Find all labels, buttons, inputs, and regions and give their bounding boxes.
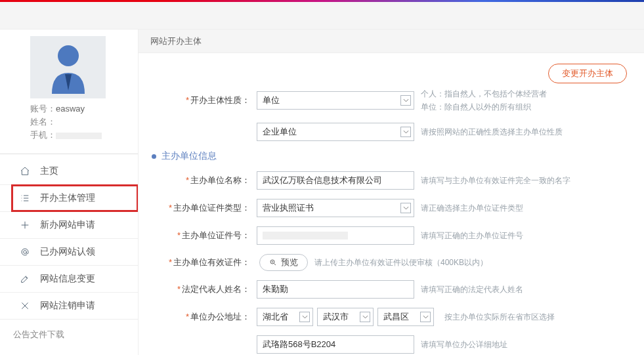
close-icon (18, 301, 32, 311)
nav-entity-mgmt[interactable]: 开办主体管理 (12, 185, 138, 211)
city-value: 武汉市 (323, 311, 349, 323)
preview-button-label: 预览 (281, 257, 298, 268)
district-value: 武昌区 (383, 311, 409, 323)
city-select[interactable]: 武汉市 (317, 308, 374, 326)
bullet-icon (152, 154, 156, 159)
change-entity-button[interactable]: 变更开办主体 (548, 64, 627, 83)
addr-detail-hint: 请填写单位办公详细地址 (421, 339, 507, 350)
org-section-title: 主办单位信息 (152, 150, 644, 162)
addr-label: 单位办公地址： (190, 312, 250, 322)
nav-claim-label: 已办网站认领 (40, 246, 95, 258)
province-value: 湖北省 (263, 311, 288, 323)
plus-icon (18, 220, 32, 230)
phone-label: 手机： (30, 130, 56, 140)
cert-no-hint: 请填写正确的主办单位证件号 (421, 230, 523, 241)
name-label: 姓名： (30, 117, 56, 127)
entity-nature-label: 开办主体性质： (190, 95, 250, 105)
phone-mask (56, 133, 102, 139)
org-section-title-text: 主办单位信息 (161, 150, 217, 162)
cert-type-value: 营业执照证书 (263, 202, 314, 214)
chevron-down-icon (400, 203, 411, 213)
chevron-down-icon (299, 312, 310, 322)
nav-claim[interactable]: 已办网站认领 (12, 239, 138, 265)
cert-file-hint: 请上传主办单位有效证件以便审核（400KB以内） (314, 257, 488, 268)
avatar (30, 36, 106, 98)
nav-modify[interactable]: 网站信息变更 (12, 266, 138, 292)
province-select[interactable]: 湖北省 (257, 308, 313, 326)
entity-nature-hint2: 单位：除自然人以外的所有组织 (421, 102, 531, 112)
preview-button[interactable]: 预览 (259, 254, 308, 271)
svg-point-1 (24, 251, 27, 254)
main-panel: 网站开办主体 变更开办主体 *开办主体性质： 单位 个人：指自然人，不包括个体经… (138, 30, 644, 355)
entity-subtype-value: 企业单位 (263, 126, 297, 138)
cert-type-hint: 请正确选择主办单位证件类型 (421, 203, 523, 214)
cert-no-input[interactable] (257, 226, 414, 245)
account-label: 账号： (30, 104, 56, 114)
entity-nature-value: 单位 (263, 94, 280, 106)
legal-label: 法定代表人姓名： (182, 284, 250, 294)
chevron-down-icon (360, 312, 370, 322)
entity-subtype-hint: 请按照网站的正确性质选择主办单位性质 (421, 127, 563, 138)
panel-title: 网站开办主体 (139, 30, 644, 53)
entity-nature-hint1: 个人：指自然人，不包括个体经营者 (421, 89, 547, 98)
home-icon (18, 166, 32, 177)
nav-home[interactable]: 主页 (12, 158, 138, 184)
nav-cancel-label: 网站注销申请 (40, 300, 95, 312)
nav-entity-label: 开办主体管理 (40, 192, 95, 204)
nav-new-site-label: 新办网站申请 (40, 219, 95, 231)
org-name-label: 主办单位名称： (190, 175, 250, 185)
entity-nature-select[interactable]: 单位 (257, 91, 414, 110)
user-info: 账号：easway 姓名： 手机： (30, 102, 135, 142)
legal-input[interactable] (257, 280, 414, 299)
edit-icon (18, 274, 32, 284)
legal-hint: 请填写正确的法定代表人姓名 (421, 284, 523, 295)
chevron-down-icon (400, 95, 411, 106)
addr-hint: 按主办单位实际所在省市区选择 (444, 312, 555, 323)
list-icon (18, 193, 32, 203)
cert-no-label: 主办单位证件号： (182, 230, 250, 240)
nav-cancel[interactable]: 网站注销申请 (12, 293, 138, 319)
chevron-down-icon (400, 127, 411, 137)
nav-modify-label: 网站信息变更 (40, 273, 95, 285)
org-name-hint: 请填写与主办单位有效证件完全一致的名字 (421, 175, 570, 186)
magnify-icon (269, 259, 277, 266)
cert-type-label: 主办单位证件类型： (173, 203, 250, 213)
cert-type-select[interactable]: 营业执照证书 (257, 199, 414, 217)
account-value: easway (56, 104, 85, 114)
header-bar (0, 2, 644, 30)
entity-subtype-select[interactable]: 企业单位 (257, 123, 414, 141)
nav-new-site[interactable]: 新办网站申请 (12, 212, 138, 238)
at-icon (18, 247, 32, 257)
org-name-input[interactable] (257, 171, 414, 190)
addr-detail-input[interactable] (257, 335, 414, 354)
downloads-heading: 公告文件下载 (12, 320, 138, 341)
cert-file-label: 主办单位有效证件： (173, 257, 250, 267)
chevron-down-icon (420, 312, 431, 322)
cert-no-mask (263, 232, 348, 240)
district-select[interactable]: 武昌区 (377, 308, 434, 326)
svg-point-0 (58, 45, 79, 66)
sidebar: 账号：easway 姓名： 手机： 主页 开办主体管理 新办网站申请 已办网站认… (0, 30, 138, 355)
nav-home-label: 主页 (40, 165, 58, 177)
